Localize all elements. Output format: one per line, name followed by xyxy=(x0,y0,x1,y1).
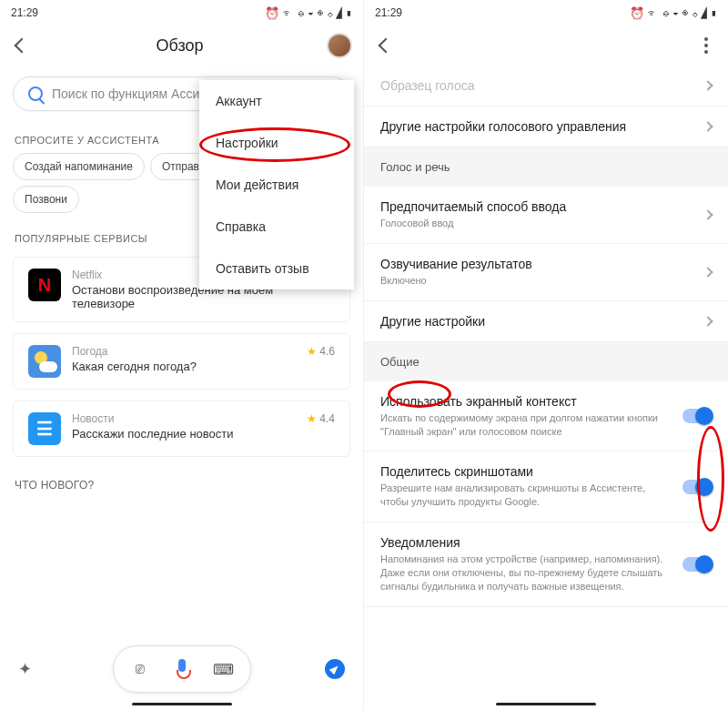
more-button[interactable] xyxy=(695,37,717,54)
service-rating: ★4.6 xyxy=(307,345,335,358)
appbar xyxy=(364,25,728,66)
statusbar: 21:29 ⏰ ᯤ ⊖ ▾ ◉ ⌔ ◢ ▮ xyxy=(0,0,363,25)
row-sub: Голосовой ввод xyxy=(380,217,693,230)
section-general: Общие xyxy=(364,342,728,381)
navbar[interactable] xyxy=(0,697,363,710)
bottom-bar: ⎚ ⌨ xyxy=(0,644,363,694)
row-title: Другие настройки xyxy=(380,314,693,329)
chevron-right-icon xyxy=(703,209,713,219)
news-icon: ☰ xyxy=(28,412,61,445)
appbar: Обзор xyxy=(0,25,363,66)
page-title: Обзор xyxy=(157,36,204,56)
toggle-switch[interactable] xyxy=(682,409,712,423)
statusbar: 21:29 ⏰ ᯤ ⊖ ▾ ◉ ⌔ ◢ ▮ xyxy=(364,0,728,25)
sparkle-icon[interactable] xyxy=(18,659,38,679)
row-notifications[interactable]: Уведомления Напоминания на этом устройст… xyxy=(364,522,728,607)
lens-button[interactable]: ⎚ xyxy=(119,652,161,686)
section-voice: Голос и речь xyxy=(364,147,728,187)
menu-feedback[interactable]: Оставить отзыв xyxy=(199,248,354,289)
row-sub: Искать по содержимому экрана при долгом … xyxy=(380,411,672,439)
row-title: Поделитесь скриншотами xyxy=(380,464,672,479)
screen-overview: 21:29 ⏰ ᯤ ⊖ ▾ ◉ ⌔ ◢ ▮ Обзор Поиск по фун… xyxy=(0,0,364,710)
row-other-settings[interactable]: Другие настройки xyxy=(364,301,728,342)
row-sub: Включено xyxy=(380,274,693,288)
back-button[interactable] xyxy=(375,35,397,56)
back-button[interactable] xyxy=(11,35,33,56)
row-sub: Разрешите нам анализировать скриншоты в … xyxy=(380,482,672,509)
chevron-right-icon xyxy=(703,80,713,90)
chevron-right-icon xyxy=(703,121,713,131)
arrow-left-icon xyxy=(16,40,27,51)
chip-reminder[interactable]: Создай напоминание xyxy=(13,153,145,180)
row-input-method[interactable]: Предпочитаемый способ ввода Голосовой вв… xyxy=(364,187,728,244)
navbar[interactable] xyxy=(364,697,728,710)
row-title: Уведомления xyxy=(380,535,672,550)
screen-settings: 21:29 ⏰ ᯤ ⊖ ▾ ◉ ⌔ ◢ ▮ Образец голоса Дру… xyxy=(364,0,728,710)
row-title: Образец голоса xyxy=(380,78,693,93)
chevron-right-icon xyxy=(703,267,713,277)
explore-button[interactable] xyxy=(325,659,345,679)
chip-call[interactable]: Позвони xyxy=(13,186,79,213)
star-icon: ★ xyxy=(307,412,317,425)
service-rating: ★4.4 xyxy=(307,412,335,425)
status-icons: ⏰ ᯤ ⊖ ▾ ◉ ⌔ ◢ ▮ xyxy=(630,6,717,20)
menu-activity[interactable]: Мои действия xyxy=(199,164,354,206)
menu-account[interactable]: Аккаунт xyxy=(199,80,354,122)
row-title: Предпочитаемый способ ввода xyxy=(380,199,693,214)
row-screen-context[interactable]: Использовать экранный контекст Искать по… xyxy=(364,381,728,452)
row-title: Другие настройки голосового управления xyxy=(380,119,693,134)
whats-new-label: ЧТО НОВОГО? xyxy=(0,462,363,495)
service-sub: Расскажи последние новости xyxy=(72,427,296,441)
star-icon: ★ xyxy=(307,345,317,358)
menu-settings[interactable]: Настройки xyxy=(199,122,354,164)
toggle-switch[interactable] xyxy=(682,557,712,572)
row-title: Использовать экранный контекст xyxy=(380,394,672,409)
row-voice-sample[interactable]: Образец голоса xyxy=(364,66,728,106)
avatar[interactable] xyxy=(327,33,352,58)
row-title: Озвучивание результатов xyxy=(380,257,693,271)
search-placeholder: Поиск по функциям Ассисте xyxy=(52,86,218,101)
mic-button[interactable] xyxy=(161,652,203,686)
row-sub: Напоминания на этом устройстве (например… xyxy=(380,553,672,593)
service-weather[interactable]: Погода Какая сегодня погода? ★4.6 xyxy=(13,333,350,390)
toggle-switch[interactable] xyxy=(682,480,712,494)
row-voice-other[interactable]: Другие настройки голосового управления xyxy=(364,106,728,147)
chevron-right-icon xyxy=(703,316,713,326)
row-speech-results[interactable]: Озвучивание результатов Включено xyxy=(364,244,728,301)
nav-handle-icon xyxy=(496,703,596,705)
mic-icon xyxy=(175,659,189,679)
service-sub: Какая сегодня погода? xyxy=(72,360,296,373)
search-icon xyxy=(28,86,43,101)
account-menu: Аккаунт Настройки Мои действия Справка О… xyxy=(199,80,354,289)
row-share-screenshots[interactable]: Поделитесь скриншотами Разрешите нам ана… xyxy=(364,451,728,522)
keyboard-button[interactable]: ⌨ xyxy=(203,652,245,686)
nav-handle-icon xyxy=(132,703,232,705)
netflix-icon: N xyxy=(28,269,61,301)
status-icons: ⏰ ᯤ ⊖ ▾ ◉ ⌔ ◢ ▮ xyxy=(265,6,352,20)
weather-icon xyxy=(28,345,61,378)
input-bar: ⎚ ⌨ xyxy=(113,645,251,693)
menu-help[interactable]: Справка xyxy=(199,206,354,248)
arrow-left-icon xyxy=(380,40,391,51)
service-news[interactable]: ☰ Новости Расскажи последние новости ★4.… xyxy=(13,401,350,457)
status-time: 21:29 xyxy=(11,6,38,19)
status-time: 21:29 xyxy=(375,6,402,19)
service-name: Новости xyxy=(72,412,296,425)
service-name: Погода xyxy=(72,345,296,358)
